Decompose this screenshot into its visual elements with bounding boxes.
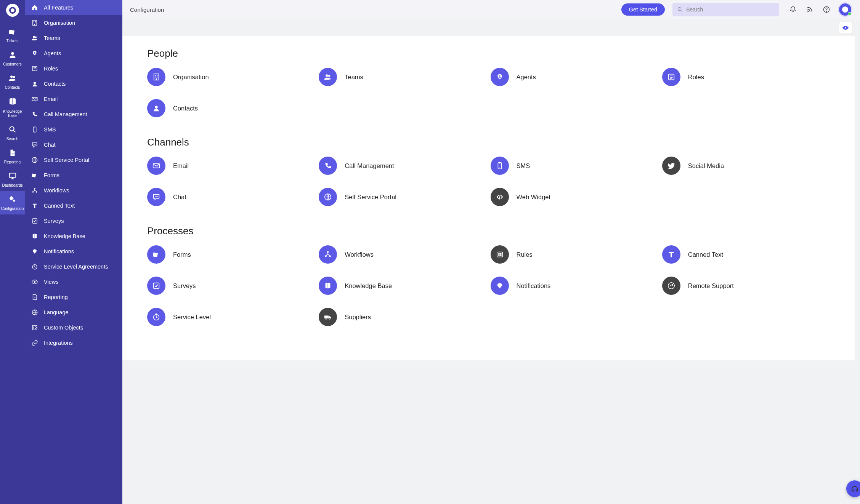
subnav-organisation[interactable]: Organisation (25, 15, 122, 30)
nav-dashboards[interactable]: Dashboards (0, 168, 25, 191)
subnav-sms[interactable]: SMS (25, 122, 122, 137)
feature-contacts[interactable]: Contacts (147, 99, 315, 117)
subnav-surveys[interactable]: Surveys (25, 213, 122, 229)
subnav-label: Roles (44, 66, 58, 72)
app-logo[interactable] (6, 4, 19, 17)
feature-label: Contacts (173, 105, 198, 112)
primary-nav: TicketsCustomersContactsKnowledge BaseSe… (0, 0, 25, 504)
section-grid: OrganisationTeamsAgentsRolesContacts (147, 68, 830, 117)
nav-knowledge-base[interactable]: Knowledge Base (0, 93, 25, 122)
feature-social-media[interactable]: Social Media (662, 157, 830, 175)
feature-label: Rules (517, 251, 533, 258)
feature-roles[interactable]: Roles (662, 68, 830, 86)
feature-organisation[interactable]: Organisation (147, 68, 315, 86)
feature-sms[interactable]: SMS (491, 157, 658, 175)
feature-remote-support[interactable]: Remote Support (662, 277, 830, 295)
nav-contacts[interactable]: Contacts (0, 70, 25, 93)
nav-reporting[interactable]: Reporting (0, 145, 25, 168)
subnav-reporting[interactable]: Reporting (25, 290, 122, 305)
subnav-call-management[interactable]: Call Management (25, 107, 122, 122)
feature-suppliers[interactable]: Suppliers (319, 308, 486, 326)
feature-knowledge-base[interactable]: Knowledge Base (319, 277, 486, 295)
check-icon (31, 217, 39, 225)
subnav-label: Language (44, 309, 69, 315)
feature-service-level[interactable]: Service Level (147, 308, 315, 326)
subnav-language[interactable]: Language (25, 305, 122, 320)
feature-rules[interactable]: Rules (491, 245, 658, 264)
subnav-integrations[interactable]: Integrations (25, 335, 122, 350)
feature-forms[interactable]: Forms (147, 245, 315, 264)
kb-icon (31, 232, 39, 240)
nav-tickets[interactable]: Tickets (0, 24, 25, 47)
feature-teams[interactable]: Teams (319, 68, 486, 86)
home-icon (31, 4, 39, 11)
subnav-teams[interactable]: Teams (25, 30, 122, 46)
feature-chat[interactable]: Chat (147, 188, 315, 206)
subnav-views[interactable]: Views (25, 274, 122, 290)
subnav-service-level-agreements[interactable]: Service Level Agreements (25, 259, 122, 274)
subnav-self-service-portal[interactable]: Self Service Portal (25, 152, 122, 168)
subnav-contacts[interactable]: Contacts (25, 76, 122, 91)
nav-customers[interactable]: Customers (0, 47, 25, 70)
subnav-label: All Features (44, 5, 73, 11)
feature-self-service-portal[interactable]: Self Service Portal (319, 188, 486, 206)
subnav-all-features[interactable]: All Features (25, 0, 122, 15)
feature-workflows[interactable]: Workflows (319, 245, 486, 264)
globe-icon (31, 156, 39, 164)
nav-label: Tickets (6, 39, 18, 43)
subnav-canned-text[interactable]: Canned Text (25, 198, 122, 213)
nav-label: Search (6, 137, 19, 141)
feature-call-management[interactable]: Call Management (319, 157, 486, 175)
subnav-workflows[interactable]: Workflows (25, 183, 122, 198)
feature-label: Social Media (688, 162, 724, 170)
nav-search[interactable]: Search (0, 122, 25, 145)
feature-label: Knowledge Base (345, 282, 392, 290)
feature-web-widget[interactable]: Web Widget (491, 188, 658, 206)
feature-agents[interactable]: Agents (491, 68, 658, 86)
content-scroll[interactable]: PeopleOrganisationTeamsAgentsRolesContac… (122, 36, 860, 504)
feature-surveys[interactable]: Surveys (147, 277, 315, 295)
subnav-label: Views (44, 279, 58, 285)
section-title-processes: Processes (147, 225, 830, 237)
workflow-icon (319, 245, 337, 264)
notify-icon (491, 277, 509, 295)
sms-icon (491, 157, 509, 175)
nav-configuration[interactable]: Configuration (0, 191, 25, 214)
user-avatar[interactable] (838, 2, 852, 17)
subnav-label: Teams (44, 35, 60, 41)
feature-label: Notifications (517, 282, 551, 290)
subnav-email[interactable]: Email (25, 91, 122, 107)
subnav-label: Agents (44, 50, 61, 56)
subnav-label: Organisation (44, 20, 75, 26)
help-icon[interactable] (822, 5, 831, 14)
subnav-notifications[interactable]: Notifications (25, 244, 122, 259)
nav-label: Configuration (1, 206, 24, 211)
subnav-knowledge-base[interactable]: Knowledge Base (25, 229, 122, 244)
feature-canned-text[interactable]: Canned Text (662, 245, 830, 264)
search-box[interactable] (672, 3, 779, 16)
nav-label: Contacts (5, 85, 20, 90)
feature-notifications[interactable]: Notifications (491, 277, 658, 295)
feed-icon[interactable] (805, 5, 814, 14)
feature-email[interactable]: Email (147, 157, 315, 175)
subnav-custom-objects[interactable]: Custom Objects (25, 320, 122, 335)
notifications-icon[interactable] (788, 5, 797, 14)
chat-fab[interactable] (846, 480, 860, 497)
subnav-agents[interactable]: Agents (25, 46, 122, 61)
feature-label: Call Management (345, 162, 394, 170)
feature-label: Organisation (173, 74, 209, 81)
nav-label: Reporting (4, 160, 21, 164)
subnav-chat[interactable]: Chat (25, 137, 122, 152)
subnav-forms[interactable]: Forms (25, 168, 122, 183)
contact-icon (147, 99, 165, 117)
subnav-label: Notifications (44, 248, 74, 254)
subheader (122, 19, 860, 36)
get-started-button[interactable]: Get Started (621, 3, 665, 16)
feature-label: Workflows (345, 251, 374, 258)
subnav-roles[interactable]: Roles (25, 61, 122, 76)
preview-button[interactable] (839, 22, 852, 34)
globe-icon (31, 309, 39, 316)
agent-icon (491, 68, 509, 86)
search-input[interactable] (686, 6, 775, 13)
nav-label: Customers (3, 62, 21, 66)
